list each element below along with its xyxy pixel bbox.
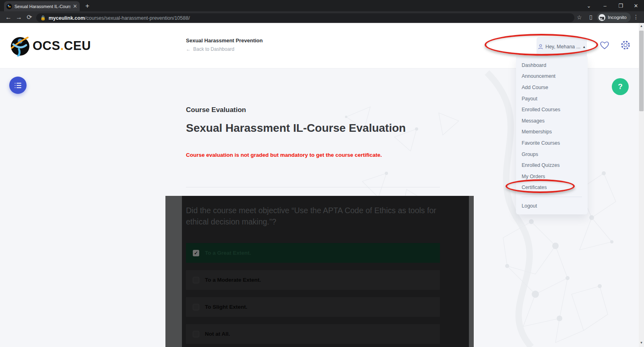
menu-item-memberships[interactable]: Memberships: [522, 127, 588, 138]
question-mark-icon: ?: [618, 82, 623, 91]
empty-checkbox-icon[interactable]: [193, 331, 199, 337]
menu-item-dashboard[interactable]: Dashboard: [522, 60, 588, 71]
menu-item-groups[interactable]: Groups: [522, 149, 588, 160]
tab-title: Sexual Harassment IL-Course Eva: [14, 4, 70, 9]
question-text: Did the course meet objective “Use the A…: [186, 205, 444, 227]
checked-checkbox-icon[interactable]: ✓: [193, 250, 199, 256]
option-not-at-all[interactable]: Not at All.: [186, 324, 440, 344]
back-button[interactable]: ←: [3, 14, 14, 21]
menu-item-favorite-courses[interactable]: Favorite Courses: [522, 137, 588, 149]
menu-item-logout[interactable]: Logout: [522, 200, 588, 212]
scrollbar-thumb[interactable]: [639, 31, 644, 111]
incognito-badge: Incognito: [597, 12, 631, 22]
address-bar[interactable]: 🔒 myceulink.com/courses/sexual-harassmen…: [36, 13, 574, 22]
content-divider: [186, 187, 440, 187]
empty-checkbox-icon[interactable]: [193, 304, 199, 310]
scroll-up-icon[interactable]: ▲: [640, 24, 643, 28]
menu-item-payout[interactable]: Payout: [522, 93, 588, 104]
wishlist-heart-icon[interactable]: [599, 40, 610, 50]
option-to-slight-extent[interactable]: To Slight Extent.: [186, 297, 440, 317]
evaluation-notice: Course evaluation is not graded but mand…: [186, 152, 382, 158]
header-course-title: Sexual Harassment Prevention: [186, 37, 263, 44]
settings-gear-icon[interactable]: [620, 40, 631, 50]
menu-item-add-course[interactable]: Add Course: [522, 82, 588, 93]
new-tab-button[interactable]: +: [85, 2, 89, 10]
window-restore-button[interactable]: ❐: [613, 0, 629, 11]
back-arrow-icon: ←: [186, 46, 191, 52]
tab-favicon-icon: [6, 4, 12, 9]
url-path: /courses/sexual-harassment-prevention/10…: [85, 15, 190, 21]
tab-close-icon[interactable]: ✕: [73, 4, 77, 9]
menu-item-announcement[interactable]: Announcement: [522, 71, 588, 82]
annotation-circle-certificates: [506, 179, 575, 193]
incognito-icon: [599, 14, 605, 21]
curriculum-list-button[interactable]: [9, 77, 27, 94]
browser-menu-icon[interactable]: ⋮: [633, 14, 639, 20]
help-button[interactable]: ?: [612, 78, 629, 95]
forward-button[interactable]: →: [14, 14, 24, 21]
reload-button[interactable]: ⟳: [24, 13, 35, 21]
option-to-a-great-extent[interactable]: ✓ To a Great Extent.: [186, 243, 440, 263]
site-logo[interactable]: OCS.CEU: [10, 35, 91, 56]
url-domain: myceulink.com: [49, 15, 85, 21]
section-label: Course Evaluation: [186, 106, 246, 114]
window-close-button[interactable]: ✕: [628, 0, 644, 11]
page-title: Sexual Harassment IL-Course Evaluation: [186, 122, 406, 135]
scroll-down-icon[interactable]: ▼: [640, 341, 643, 345]
side-panel-icon[interactable]: ▯: [589, 14, 592, 20]
annotation-circle-user-menu: [485, 34, 598, 56]
browser-tab[interactable]: Sexual Harassment IL-Course Eva ✕: [4, 1, 80, 11]
option-to-a-moderate-extent[interactable]: To a Moderate Extent.: [186, 270, 440, 290]
browser-titlebar: Sexual Harassment IL-Course Eva ✕ + ⌄ – …: [0, 0, 644, 11]
lock-icon: 🔒: [40, 15, 46, 21]
window-minimize-button[interactable]: –: [597, 0, 613, 11]
menu-item-enrolled-courses[interactable]: Enrolled Courses: [522, 104, 588, 115]
list-icon: [14, 82, 22, 89]
window-chevron-icon[interactable]: ⌄: [581, 0, 597, 11]
back-to-dashboard-link[interactable]: ←Back to Dashboard: [186, 46, 263, 52]
logo-text: OCS.CEU: [33, 39, 91, 53]
menu-item-enrolled-quizzes[interactable]: Enrolled Quizzes: [522, 160, 588, 171]
menu-item-messages[interactable]: Messages: [522, 115, 588, 127]
bookmark-star-icon[interactable]: ☆: [577, 14, 582, 21]
logo-mark-icon: [10, 35, 30, 56]
menu-divider: [522, 197, 582, 197]
empty-checkbox-icon[interactable]: [193, 277, 199, 283]
